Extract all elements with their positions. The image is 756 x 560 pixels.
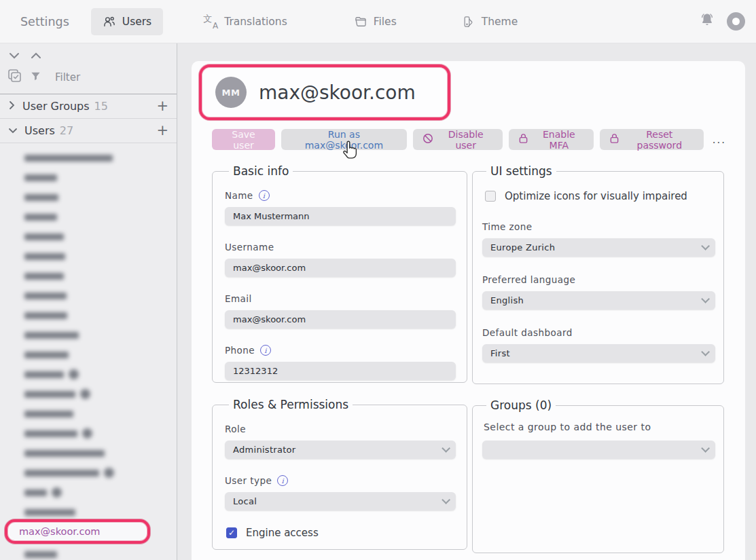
users-label: Users: [24, 124, 55, 137]
language-select[interactable]: English: [482, 291, 715, 310]
run-as-user-button[interactable]: Run as max@skoor.com: [281, 129, 407, 150]
name-label: Name: [225, 190, 253, 201]
redacted-username: [24, 312, 67, 319]
collapse-up-icon[interactable]: [29, 50, 43, 61]
user-list: max@skoor.com: [0, 143, 177, 560]
group-select[interactable]: [482, 441, 715, 459]
username-input[interactable]: max@skoor.com: [225, 259, 456, 277]
sidebar-annotation: max@skoor.com: [5, 519, 150, 544]
chevron-down-icon: [442, 444, 450, 453]
sidebar: Filter User Groups 15 + Users 27 + max@s…: [0, 43, 177, 560]
sidebar-user-item[interactable]: [0, 227, 177, 246]
optimize-icons-checkbox[interactable]: [485, 191, 496, 202]
sidebar-user-item-selected[interactable]: max@skoor.com: [0, 522, 177, 544]
collapse-down-icon[interactable]: [7, 50, 22, 61]
sidebar-user-item[interactable]: [0, 483, 177, 502]
sidebar-user-item[interactable]: [0, 187, 177, 207]
default-dashboard-label: Default dashboard: [482, 327, 573, 338]
engine-access-label: Engine access: [246, 527, 319, 539]
translate-icon: 文A: [203, 14, 218, 29]
sidebar-user-item[interactable]: [0, 286, 177, 305]
tab-users[interactable]: Users: [91, 8, 163, 35]
selected-user-label[interactable]: max@skoor.com: [10, 523, 145, 540]
redacted-user-badge-icon: [80, 389, 90, 399]
tab-theme[interactable]: Theme: [450, 8, 529, 35]
sidebar-user-item[interactable]: [0, 325, 177, 345]
username-label: Username: [225, 242, 274, 253]
chevron-right-icon: [8, 100, 16, 113]
tab-theme-label: Theme: [482, 16, 518, 28]
tab-users-label: Users: [122, 16, 151, 28]
sidebar-user-item[interactable]: [0, 266, 177, 286]
role-select[interactable]: Administrator: [225, 441, 456, 459]
lock-icon: [518, 133, 528, 146]
email-label: Email: [225, 293, 252, 304]
add-user-group-button[interactable]: +: [156, 99, 168, 113]
timezone-select[interactable]: Europe Zurich: [482, 238, 715, 257]
info-icon[interactable]: i: [277, 475, 288, 486]
sidebar-user-item[interactable]: [0, 443, 177, 463]
redacted-username: [24, 509, 75, 516]
sidebar-user-item[interactable]: [0, 404, 177, 424]
sidebar-user-item[interactable]: [0, 148, 177, 168]
filter-funnel-icon[interactable]: [30, 71, 41, 85]
reset-password-button[interactable]: Reset password: [600, 129, 704, 150]
redacted-user-badge-icon: [82, 428, 92, 438]
redacted-username: [24, 391, 75, 398]
default-dashboard-select[interactable]: First: [482, 344, 715, 362]
sidebar-section-users[interactable]: Users 27 +: [0, 119, 177, 143]
disable-user-button[interactable]: Disable user: [413, 129, 503, 150]
save-user-button[interactable]: Save user: [212, 129, 275, 150]
sidebar-user-item[interactable]: [0, 544, 177, 560]
add-user-button[interactable]: +: [156, 124, 168, 138]
enable-mfa-button[interactable]: Enable MFA: [509, 129, 594, 150]
groups-legend: Groups (0): [486, 398, 556, 412]
groups-helper-label: Select a group to add the user to: [484, 422, 715, 432]
redacted-username: [24, 293, 67, 299]
tab-files-label: Files: [374, 16, 397, 28]
user-initials-avatar: MM: [215, 77, 247, 108]
sidebar-user-item[interactable]: [0, 305, 177, 325]
redacted-user-badge-icon: [104, 468, 114, 478]
sidebar-user-item[interactable]: [0, 345, 177, 365]
sidebar-user-item[interactable]: [0, 463, 177, 483]
email-input[interactable]: max@skoor.com: [225, 310, 456, 329]
sidebar-user-item[interactable]: [0, 384, 177, 404]
redacted-username: [24, 411, 73, 417]
phone-input[interactable]: 12312312: [225, 362, 456, 380]
sidebar-user-item[interactable]: [0, 207, 177, 227]
redacted-username: [24, 155, 113, 162]
tab-translations[interactable]: 文A Translations: [192, 7, 299, 36]
user-avatar[interactable]: [727, 12, 745, 31]
user-type-select[interactable]: Local: [225, 492, 456, 510]
name-input[interactable]: Max Mustermann: [225, 207, 456, 225]
redacted-username: [24, 273, 64, 280]
chevron-down-icon: [8, 124, 18, 137]
info-icon[interactable]: i: [259, 190, 270, 201]
role-label: Role: [225, 424, 246, 434]
sidebar-section-user-groups[interactable]: User Groups 15 +: [0, 94, 177, 119]
redacted-username: [24, 371, 64, 378]
engine-access-checkbox[interactable]: ✓: [226, 527, 237, 538]
page-title: max@skoor.com: [259, 81, 416, 104]
redacted-username: [24, 489, 47, 496]
user-detail-panel: MM max@skoor.com Save user Run as max@sk…: [192, 61, 745, 560]
sidebar-user-item[interactable]: [0, 168, 177, 187]
redacted-username: [24, 214, 57, 221]
nav-settings[interactable]: Settings: [20, 15, 69, 29]
sidebar-user-item[interactable]: [0, 424, 177, 443]
redacted-user-badge-icon: [69, 369, 79, 379]
redacted-user-badge-icon: [52, 487, 62, 498]
notifications-bell-icon[interactable]: [698, 12, 716, 32]
redacted-username: [24, 332, 79, 339]
tab-files[interactable]: Files: [342, 8, 408, 35]
sidebar-user-item[interactable]: [0, 246, 177, 266]
chevron-down-icon: [442, 496, 450, 504]
ui-settings-section: UI settings Optimize icons for visually …: [472, 164, 724, 384]
select-all-icon[interactable]: [7, 68, 23, 87]
more-actions-button[interactable]: ...: [713, 134, 726, 146]
header-annotation: MM max@skoor.com: [199, 64, 450, 120]
sidebar-user-item[interactable]: [0, 365, 177, 384]
info-icon[interactable]: i: [260, 345, 271, 356]
redacted-username: [24, 430, 77, 437]
